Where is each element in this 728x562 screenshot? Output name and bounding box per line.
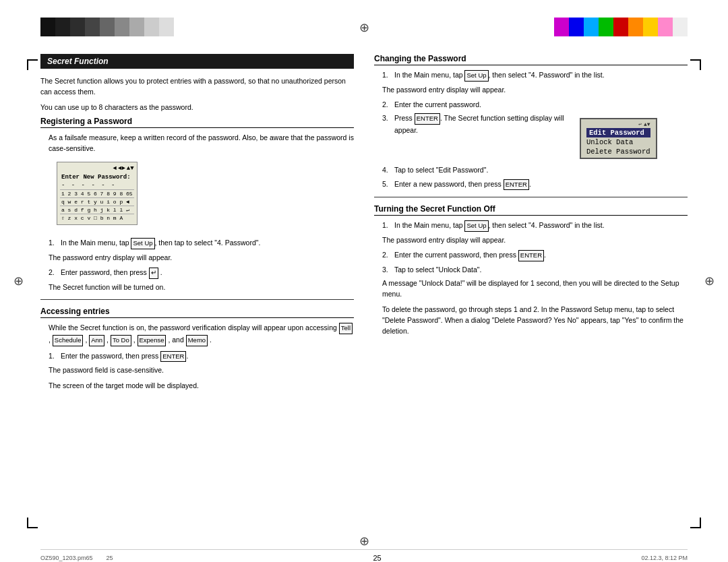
register-step2-note: The Secret function will be turned on. (40, 282, 354, 292)
color-black1 (40, 18, 55, 36)
color-blue (569, 18, 584, 36)
color-gray3 (129, 18, 144, 36)
menu-item-delete: Delete Password (586, 147, 650, 156)
step-text2: Enter password, then press ↵ . (61, 267, 162, 279)
register-step2: 2. Enter password, then press ↵ . (40, 267, 354, 279)
screen-title: Enter New Password: (60, 173, 134, 181)
top-bar (0, 0, 728, 54)
kbd-schedule: Schedule (53, 335, 84, 346)
access-step1: 1. Enter the password, then press ENTER. (40, 350, 354, 363)
section-note: You can use up to 8 characters as the pa… (40, 102, 354, 113)
turnoff-step2: 2. Enter the current password, then pres… (374, 249, 688, 261)
left-column: Secret Function The Secret function allo… (40, 54, 354, 395)
t-step-text1: In the Main menu, tap Set Up, then selec… (394, 220, 605, 232)
kbd-enter2: ENTER (160, 351, 186, 363)
step-text: In the Main menu, tap Set Up, then tap t… (61, 237, 260, 249)
kbd-enter1: ↵ (149, 268, 158, 279)
screen-icon-arrows: ◄► (118, 165, 125, 172)
kbd-memo: Memo (186, 335, 208, 346)
change-step1: 1. In the Main menu, tap Set Up, then se… (374, 69, 688, 82)
c-step-text4: Tap to select "Edit Password". (394, 164, 488, 175)
footer-date: 02.12.3, 8:12 PM (641, 555, 688, 561)
kbd-enter4: ENTER (504, 179, 529, 191)
menu-top-icons: ↩ ▲▼ (586, 121, 650, 128)
access-note1: The password field is case-sensitive. (40, 365, 354, 375)
color-gray4 (144, 18, 159, 36)
color-red (613, 18, 628, 36)
screen-icon-more: ▲▼ (127, 165, 134, 172)
screen-icon-back: ◄ (113, 165, 117, 172)
change-step2: 2. Enter the current password. (374, 99, 688, 110)
access-step-text: Enter the password, then press ENTER. (61, 350, 188, 363)
kbd-enter5: ENTER (518, 250, 544, 261)
turnoff-note1: A message "Unlock Data!" will be display… (374, 278, 688, 300)
kbd-tell: Tell (339, 323, 353, 334)
turnoff-step1: 1. In the Main menu, tap Set Up, then se… (374, 220, 688, 232)
turnoff-step3: 3. Tap to select "Unlock Data". (374, 264, 688, 275)
c-step-text3: Press ENTER. The Secret function setting… (394, 113, 573, 135)
color-dark2 (85, 18, 100, 36)
kbd-setup2: Set Up (464, 70, 488, 82)
color-strip-right (554, 18, 688, 36)
color-magenta (554, 18, 569, 36)
register-step1: 1. In the Main menu, tap Set Up, then ta… (40, 237, 354, 249)
c-step-num4: 4. (382, 164, 392, 175)
c-step-num2: 2. (382, 99, 392, 110)
divider1 (40, 299, 354, 300)
kbd-setup3: Set Up (464, 220, 488, 232)
color-black2 (55, 18, 70, 36)
screen-kb-row3: a s d f g h j k l l ↵ (60, 206, 134, 214)
two-columns: Secret Function The Secret function allo… (40, 54, 688, 395)
access-step-num: 1. (49, 350, 58, 363)
corner-mark-tr (690, 59, 701, 70)
footer-page-left: 25 (107, 555, 113, 561)
crosshair-bottom: ⊕ (359, 534, 369, 549)
footer-page-center: 25 (373, 554, 381, 562)
color-green (599, 18, 613, 36)
section-header: Secret Function (40, 54, 354, 69)
color-pink (658, 18, 673, 36)
c-step-num5: 5. (382, 179, 392, 191)
step-num2: 2. (49, 267, 58, 279)
kbd-enter3: ENTER (415, 113, 440, 125)
step-num: 1. (49, 237, 58, 249)
screen-kb-row2: q w e r t y u i o p ◄ (60, 197, 134, 206)
turnoff-note2: To delete the password, go through steps… (374, 304, 688, 337)
divider2 (374, 197, 688, 197)
register-body: As a failsafe measure, keep a written re… (40, 132, 354, 154)
color-orange (628, 18, 643, 36)
crosshair-left: ⊕ (13, 274, 24, 288)
c-step-text5: Enter a new password, then press ENTER. (394, 179, 531, 191)
change-step3: 3. Press ENTER. The Secret function sett… (374, 113, 573, 135)
step3-text-area: 3. Press ENTER. The Secret function sett… (374, 113, 573, 138)
footer-filename: OZ590_1203.pm65 (40, 555, 93, 561)
change-step1-note: The password entry display will appear. (374, 84, 688, 95)
kbd-setup: Set Up (131, 238, 154, 249)
color-gray2 (115, 18, 129, 36)
kbd-ann: Ann (89, 335, 104, 346)
corner-mark-br (690, 518, 701, 528)
crosshair-right: ⊕ (704, 274, 715, 288)
step3-with-menu: 3. Press ENTER. The Secret function sett… (374, 113, 688, 164)
page-content: Secret Function The Secret function allo… (40, 54, 688, 522)
section-intro: The Secret function allows you to protec… (40, 75, 354, 98)
kbd-todo: To Do (111, 335, 131, 346)
changing-section-title: Changing the Password (374, 54, 688, 65)
access-note2: The screen of the target mode will be di… (40, 380, 354, 391)
menu-item-unlock: Unlock Data (586, 137, 650, 147)
menu-item-edit: Edit Password (586, 128, 650, 137)
screen-kb-row1: 1 2 3 4 5 6 7 8 9 8 65 (60, 189, 134, 197)
t-step-num1: 1. (382, 220, 392, 232)
corner-mark-tl (27, 59, 38, 70)
access-body: While the Secret function is on, the pas… (40, 322, 354, 346)
c-step-num3: 3. (382, 113, 392, 135)
register-step1-note: The password entry display will appear. (40, 252, 354, 263)
turning-off-title: Turning the Secret Function Off (374, 204, 688, 216)
menu-icon-back: ↩ (638, 121, 642, 127)
turnoff-step1-note: The password entry display will appear. (374, 235, 688, 245)
register-section-title: Registering a Password (40, 117, 354, 128)
t-step-num2: 2. (382, 249, 392, 261)
t-step-text3: Tap to select "Unlock Data". (394, 264, 481, 275)
t-step-num3: 3. (382, 264, 392, 275)
color-gray5 (159, 18, 174, 36)
